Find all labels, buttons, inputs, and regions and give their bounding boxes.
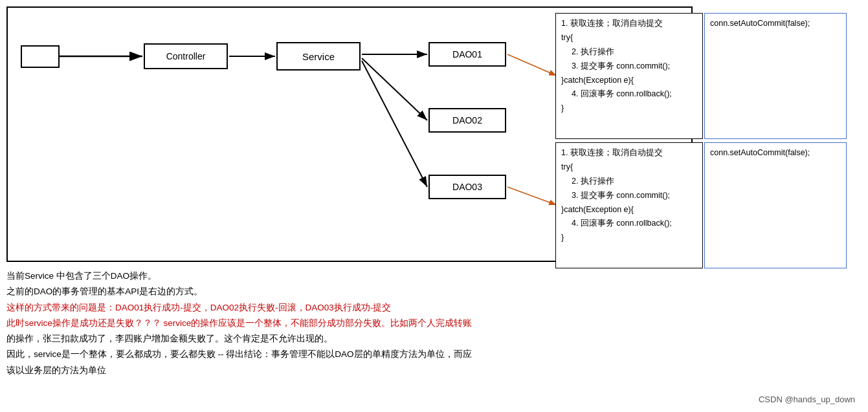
client-box xyxy=(21,45,60,68)
code-b-line-6: 4. 回滚事务 conn.rollback(); xyxy=(561,217,697,231)
code-b-line-7: } xyxy=(561,231,697,245)
code-line-6: 4. 回滚事务 conn.rollback(); xyxy=(561,87,697,102)
dao03-label: DAO03 xyxy=(452,182,482,192)
svg-line-6 xyxy=(362,58,427,120)
code-box-top-right: conn.setAutoCommit(false); xyxy=(704,13,847,139)
desc-line-4: 此时service操作是成功还是失败？？？ service的操作应该是一个整体，… xyxy=(6,316,570,331)
dao02-box: DAO02 xyxy=(428,108,506,133)
code-b-line-2: try{ xyxy=(561,160,697,175)
code-b-line-1: 1. 获取连接；取消自动提交 xyxy=(561,146,697,160)
code-line-7: } xyxy=(561,102,697,116)
svg-line-8 xyxy=(507,54,557,76)
watermark: CSDN @hands_up_down xyxy=(759,395,855,404)
code-bottom-left-content: 1. 获取连接；取消自动提交 try{ 2. 执行操作 3. 提交事务 conn… xyxy=(556,143,702,248)
code-b-line-5: }catch(Exception e){ xyxy=(561,203,697,217)
desc-line-7: 该以业务层的方法为单位 xyxy=(6,363,570,378)
description-area: 当前Service 中包含了三个DAO操作。 之前的DAO的事务管理的基本API… xyxy=(6,268,570,378)
dao01-box: DAO01 xyxy=(428,42,506,67)
desc-line-1: 当前Service 中包含了三个DAO操作。 xyxy=(6,268,570,284)
desc-line-3: 这样的方式带来的问题是：DAO01执行成功-提交，DAO02执行失败-回滚，DA… xyxy=(6,300,570,316)
code-top-right-content: conn.setAutoCommit(false); xyxy=(705,14,846,34)
service-label: Service xyxy=(302,51,335,62)
code-br-line-1: conn.setAutoCommit(false); xyxy=(710,146,841,160)
code-b-line-4: 3. 提交事务 conn.commit(); xyxy=(561,189,697,203)
code-box-bottom-right: conn.setAutoCommit(false); xyxy=(704,142,847,268)
desc-line-6: 因此，service是一个整体，要么都成功，要么都失败 -- 得出结论：事务管理… xyxy=(6,347,570,362)
code-right-line-1: conn.setAutoCommit(false); xyxy=(710,17,841,31)
svg-line-7 xyxy=(362,61,427,187)
code-line-2: try{ xyxy=(561,31,697,45)
code-box-bottom-left: 1. 获取连接；取消自动提交 try{ 2. 执行操作 3. 提交事务 conn… xyxy=(555,142,703,268)
desc-line-5: 的操作，张三扣款成功了，李四账户增加金额失败了。这个肯定是不允许出现的。 xyxy=(6,331,570,347)
svg-line-9 xyxy=(507,187,557,205)
right-code-panel: 1. 获取连接；取消自动提交 try{ 2. 执行操作 3. 提交事务 conn… xyxy=(555,6,861,275)
code-b-line-3: 2. 执行操作 xyxy=(561,175,697,189)
code-line-5: }catch(Exception e){ xyxy=(561,74,697,88)
code-line-4: 3. 提交事务 conn.commit(); xyxy=(561,60,697,74)
controller-box: Controller xyxy=(144,43,228,69)
controller-label: Controller xyxy=(166,51,206,61)
code-bottom-right-content: conn.setAutoCommit(false); xyxy=(705,143,846,164)
dao01-label: DAO01 xyxy=(452,49,482,60)
dao02-label: DAO02 xyxy=(452,115,482,125)
desc-line-2: 之前的DAO的事务管理的基本API是右边的方式。 xyxy=(6,284,570,299)
code-line-3: 2. 执行操作 xyxy=(561,45,697,60)
code-top-left-content: 1. 获取连接；取消自动提交 try{ 2. 执行操作 3. 提交事务 conn… xyxy=(556,14,702,119)
dao03-box: DAO03 xyxy=(428,175,506,199)
code-box-top-left: 1. 获取连接；取消自动提交 try{ 2. 执行操作 3. 提交事务 conn… xyxy=(555,13,703,139)
watermark-text: CSDN @hands_up_down xyxy=(759,395,855,404)
code-line-1: 1. 获取连接；取消自动提交 xyxy=(561,17,697,31)
service-box: Service xyxy=(276,42,361,70)
